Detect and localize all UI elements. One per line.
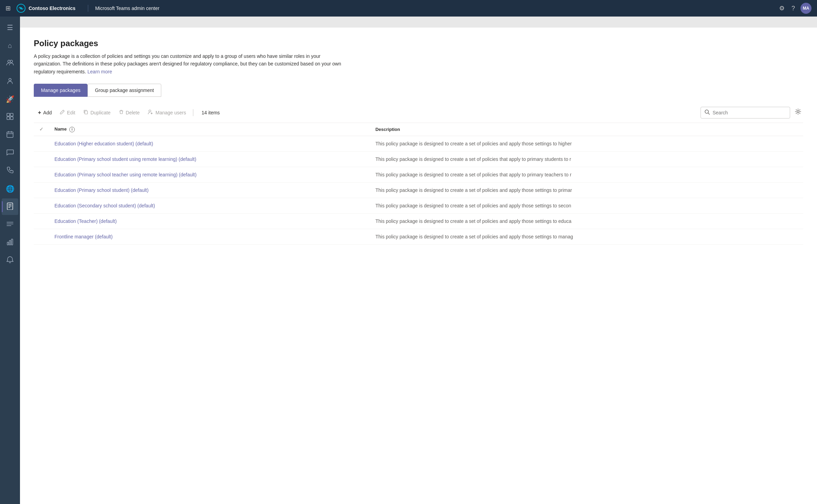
tab-manage-packages[interactable]: Manage packages — [34, 84, 88, 97]
user-avatar[interactable]: MA — [800, 3, 811, 14]
svg-rect-23 — [85, 111, 88, 114]
sidebar-item-voice[interactable] — [2, 163, 18, 179]
row-desc-5: This policy package is designed to creat… — [370, 213, 803, 229]
table-row: Education (Secondary school student) (de… — [34, 198, 803, 213]
row-check-3[interactable] — [34, 182, 49, 198]
sidebar-item-teams[interactable] — [2, 73, 18, 90]
edit-icon — [60, 110, 65, 115]
sidebar-item-notifications[interactable] — [2, 252, 18, 269]
sidebar-item-home[interactable]: ⌂ — [2, 37, 18, 54]
row-desc-4: This policy package is designed to creat… — [370, 198, 803, 213]
svg-rect-20 — [7, 242, 9, 245]
delete-button[interactable]: Delete — [115, 107, 144, 117]
tab-group-package-assignment[interactable]: Group package assignment — [88, 84, 161, 97]
topbar-app-name: Microsoft Teams admin center — [95, 6, 159, 11]
svg-rect-7 — [7, 117, 10, 120]
tabs: Manage packages Group package assignment — [34, 84, 803, 97]
row-check-1[interactable] — [34, 151, 49, 167]
topbar: ⊞ Contoso Electronics Microsoft Teams ad… — [0, 0, 817, 17]
row-desc-6: This policy package is designed to creat… — [370, 229, 803, 244]
sidebar-item-apps[interactable] — [2, 109, 18, 125]
meetings-icon — [6, 131, 14, 140]
packages-table: ✓ Name i Description — [34, 123, 803, 245]
learn-more-link[interactable]: Learn more — [88, 69, 112, 74]
svg-point-4 — [9, 78, 11, 81]
voice-icon — [6, 166, 14, 176]
page-content: Policy packages A policy package is a co… — [20, 28, 817, 504]
manage-users-button[interactable]: Manage users — [144, 107, 190, 118]
content-area: Policy packages A policy package is a co… — [20, 17, 817, 504]
page-description: A policy package is a collection of poli… — [34, 52, 344, 75]
row-desc-1: This policy package is designed to creat… — [370, 151, 803, 167]
svg-rect-21 — [9, 240, 11, 245]
row-check-0[interactable] — [34, 136, 49, 151]
svg-rect-6 — [10, 113, 13, 116]
apps-icon — [6, 113, 14, 122]
add-button[interactable]: + Add — [34, 107, 56, 118]
devices-icon: 🚀 — [6, 95, 14, 103]
notifications-icon — [6, 256, 14, 265]
table-row: Education (Higher education student) (de… — [34, 136, 803, 151]
row-name-2[interactable]: Education (Primary school teacher using … — [49, 167, 370, 182]
table-row: Frontline manager (default) This policy … — [34, 229, 803, 244]
sidebar-item-analytics[interactable] — [2, 234, 18, 251]
svg-point-24 — [149, 110, 151, 112]
grid-icon[interactable]: ⊞ — [6, 4, 11, 12]
table-header-row: ✓ Name i Description — [34, 123, 803, 136]
manage-users-icon — [148, 109, 153, 116]
svg-rect-22 — [11, 239, 13, 245]
svg-point-27 — [797, 111, 799, 113]
secondary-nav — [20, 17, 817, 28]
duplicate-icon — [83, 110, 88, 115]
row-check-6[interactable] — [34, 229, 49, 244]
settings-icon[interactable]: ⚙ — [778, 3, 786, 13]
svg-rect-9 — [7, 132, 13, 137]
sidebar-item-messaging[interactable] — [2, 145, 18, 161]
topbar-logo: Contoso Electronics — [16, 3, 81, 13]
col-check: ✓ — [34, 123, 49, 136]
sidebar-item-policy[interactable] — [2, 198, 18, 215]
table-container: ✓ Name i Description — [34, 123, 803, 245]
edit-button[interactable]: Edit — [56, 107, 79, 117]
row-name-5[interactable]: Education (Teacher) (default) — [49, 213, 370, 229]
toolbar-separator — [193, 109, 193, 116]
table-row: Education (Primary school student) (defa… — [34, 182, 803, 198]
row-check-2[interactable] — [34, 167, 49, 182]
row-desc-2: This policy package is designed to creat… — [370, 167, 803, 182]
sidebar-item-devices[interactable]: 🚀 — [2, 91, 18, 107]
description-text: A policy package is a collection of poli… — [34, 53, 341, 74]
duplicate-button[interactable]: Duplicate — [79, 107, 114, 117]
row-name-0[interactable]: Education (Higher education student) (de… — [49, 136, 370, 151]
sidebar-item-hamburger[interactable]: ☰ — [2, 19, 18, 36]
col-name: Name i — [49, 123, 370, 136]
row-name-6[interactable]: Frontline manager (default) — [49, 229, 370, 244]
sidebar-item-locations[interactable]: 🌐 — [2, 181, 18, 197]
name-info-icon[interactable]: i — [69, 127, 75, 132]
sidebar-item-planning[interactable] — [2, 216, 18, 233]
svg-rect-8 — [10, 117, 13, 120]
sidebar-item-meetings[interactable] — [2, 127, 18, 143]
help-icon[interactable]: ? — [790, 3, 796, 13]
row-name-4[interactable]: Education (Secondary school student) (de… — [49, 198, 370, 213]
search-box — [701, 107, 790, 119]
row-desc-0: This policy package is designed to creat… — [370, 136, 803, 151]
row-name-1[interactable]: Education (Primary school student using … — [49, 151, 370, 167]
policy-icon — [6, 202, 14, 212]
svg-line-26 — [708, 113, 709, 114]
planning-icon — [6, 220, 14, 229]
row-name-3[interactable]: Education (Primary school student) (defa… — [49, 182, 370, 198]
sidebar-item-users[interactable] — [2, 55, 18, 72]
row-check-5[interactable] — [34, 213, 49, 229]
table-row: Education (Teacher) (default) This polic… — [34, 213, 803, 229]
topbar-divider — [88, 5, 88, 12]
users-icon — [6, 59, 14, 68]
svg-point-3 — [10, 60, 13, 62]
col-description: Description — [370, 123, 803, 136]
items-count: 14 items — [202, 110, 220, 115]
table-row: Education (Primary school teacher using … — [34, 167, 803, 182]
hamburger-icon: ☰ — [7, 23, 13, 32]
column-settings-icon[interactable] — [793, 106, 803, 119]
search-input[interactable] — [713, 110, 786, 115]
row-check-4[interactable] — [34, 198, 49, 213]
messaging-icon — [6, 148, 14, 158]
